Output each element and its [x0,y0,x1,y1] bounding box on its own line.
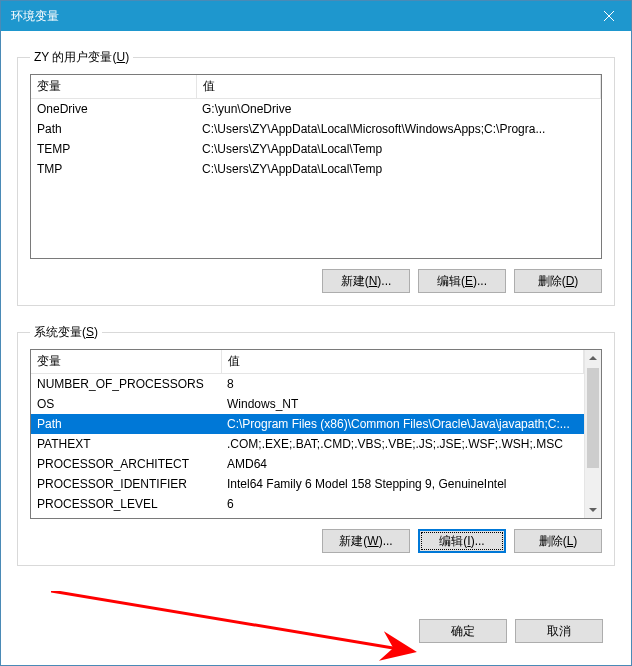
scroll-up-icon[interactable] [585,350,601,366]
system-new-button[interactable]: 新建(W)... [322,529,410,553]
var-name: PROCESSOR_IDENTIFIER [31,474,221,494]
table-row[interactable]: OSWindows_NT [31,394,584,414]
svg-line-0 [51,591,411,651]
table-row[interactable]: PROCESSOR_IDENTIFIERIntel64 Family 6 Mod… [31,474,584,494]
user-col-variable[interactable]: 变量 [31,75,196,99]
scroll-thumb[interactable] [587,368,599,468]
var-value: AMD64 [221,454,584,474]
var-name: OS [31,394,221,414]
var-name: Path [31,414,221,434]
var-value: C:\Users\ZY\AppData\Local\Microsoft\Wind… [196,119,601,139]
table-row[interactable]: TMPC:\Users\ZY\AppData\Local\Temp [31,159,601,179]
window-title: 环境变量 [11,8,59,25]
env-vars-dialog: 环境变量 ZY 的用户变量(U) 变量 值 OneDriveG:\yun\One… [0,0,632,666]
annotation-arrow [51,591,451,666]
var-value: Intel64 Family 6 Model 158 Stepping 9, G… [221,474,584,494]
var-value: C:\Users\ZY\AppData\Local\Temp [196,159,601,179]
ok-button[interactable]: 确定 [419,619,507,643]
var-value: C:\Program Files (x86)\Common Files\Orac… [221,414,584,434]
system-vars-table[interactable]: 变量 值 NUMBER_OF_PROCESSORS8OSWindows_NTPa… [31,350,584,514]
var-value: 6 [221,494,584,514]
dialog-button-row: 确定 取消 [407,619,615,643]
var-name: Path [31,119,196,139]
var-value: .COM;.EXE;.BAT;.CMD;.VBS;.VBE;.JS;.JSE;.… [221,434,584,454]
table-row[interactable]: PROCESSOR_ARCHITECTAMD64 [31,454,584,474]
var-value: Windows_NT [221,394,584,414]
var-name: PROCESSOR_LEVEL [31,494,221,514]
table-row[interactable]: PROCESSOR_LEVEL6 [31,494,584,514]
content-area: ZY 的用户变量(U) 变量 值 OneDriveG:\yun\OneDrive… [1,31,631,665]
var-name: OneDrive [31,99,196,120]
cancel-button[interactable]: 取消 [515,619,603,643]
user-col-value[interactable]: 值 [196,75,601,99]
close-button[interactable] [586,1,631,31]
user-vars-group: ZY 的用户变量(U) 变量 值 OneDriveG:\yun\OneDrive… [17,49,615,306]
user-vars-table[interactable]: 变量 值 OneDriveG:\yun\OneDrivePathC:\Users… [31,75,601,179]
system-delete-button[interactable]: 删除(L) [514,529,602,553]
user-edit-button[interactable]: 编辑(E)... [418,269,506,293]
table-row[interactable]: PATHEXT.COM;.EXE;.BAT;.CMD;.VBS;.VBE;.JS… [31,434,584,454]
var-name: PATHEXT [31,434,221,454]
var-name: TMP [31,159,196,179]
titlebar: 环境变量 [1,1,631,31]
system-edit-button[interactable]: 编辑(I)... [418,529,506,553]
close-icon [604,11,614,21]
sys-col-value[interactable]: 值 [221,350,584,374]
sys-scrollbar[interactable] [584,350,601,518]
table-row[interactable]: OneDriveG:\yun\OneDrive [31,99,601,120]
user-new-button[interactable]: 新建(N)... [322,269,410,293]
var-name: TEMP [31,139,196,159]
system-vars-legend: 系统变量(S) [30,324,102,341]
table-row[interactable]: NUMBER_OF_PROCESSORS8 [31,374,584,395]
var-value: 8 [221,374,584,395]
system-button-row: 新建(W)... 编辑(I)... 删除(L) [30,529,602,553]
user-button-row: 新建(N)... 编辑(E)... 删除(D) [30,269,602,293]
table-row[interactable]: TEMPC:\Users\ZY\AppData\Local\Temp [31,139,601,159]
scroll-down-icon[interactable] [585,502,601,518]
var-value: G:\yun\OneDrive [196,99,601,120]
table-row[interactable]: PathC:\Program Files (x86)\Common Files\… [31,414,584,434]
table-row[interactable]: PathC:\Users\ZY\AppData\Local\Microsoft\… [31,119,601,139]
var-value: C:\Users\ZY\AppData\Local\Temp [196,139,601,159]
var-name: PROCESSOR_ARCHITECT [31,454,221,474]
user-vars-table-container: 变量 值 OneDriveG:\yun\OneDrivePathC:\Users… [30,74,602,259]
user-delete-button[interactable]: 删除(D) [514,269,602,293]
system-vars-table-container: 变量 值 NUMBER_OF_PROCESSORS8OSWindows_NTPa… [30,349,602,519]
var-name: NUMBER_OF_PROCESSORS [31,374,221,395]
user-vars-legend: ZY 的用户变量(U) [30,49,133,66]
sys-col-variable[interactable]: 变量 [31,350,221,374]
system-vars-group: 系统变量(S) 变量 值 NUMBER_OF_PROCESSORS8OSWind… [17,324,615,566]
